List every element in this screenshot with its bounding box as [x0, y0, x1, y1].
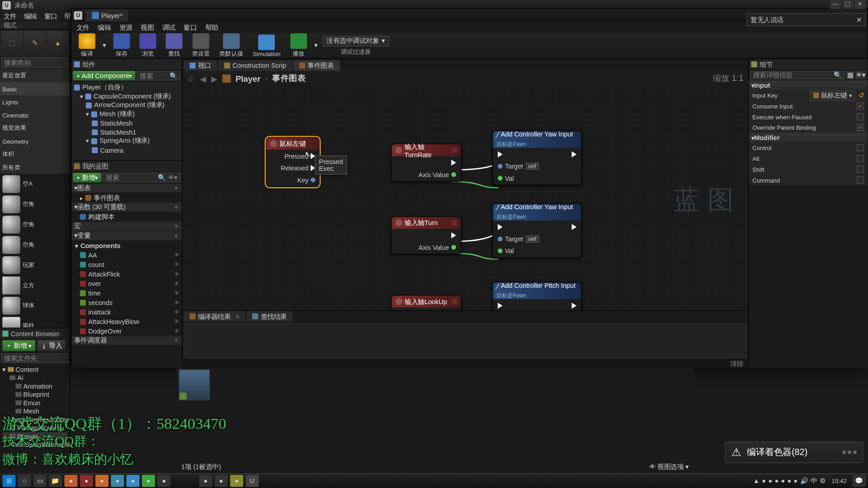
os-minimize[interactable]: — [830, 0, 841, 9]
pin-exec-out[interactable] [419, 159, 456, 167]
node-toggle[interactable] [451, 299, 457, 305]
debug-object-dropdown[interactable]: 没有选中调试对象▾ [322, 35, 389, 46]
app-icon[interactable]: ● [64, 475, 77, 487]
component-item[interactable]: ArrowComponent (继承) [71, 101, 182, 110]
node-add-yaw[interactable]: 𝑓Add Controller Yaw Input 目标是Pawn Target… [492, 131, 582, 185]
folder-item[interactable]: Animation [2, 382, 67, 390]
modes-search[interactable]: 搜索类别 [1, 57, 69, 68]
pin-target[interactable]: Targetself [498, 235, 538, 243]
favorite-icon[interactable]: ☆ [187, 74, 195, 84]
add-graph-button[interactable]: ＋ [173, 183, 179, 192]
bp-menu-window[interactable]: 窗口 [184, 23, 197, 32]
pin-exec-out[interactable] [419, 310, 456, 310]
folder-item[interactable]: Emun [2, 399, 67, 407]
details-tab[interactable]: 细节 [749, 59, 867, 70]
tray-icon[interactable]: ● [781, 477, 785, 484]
app-icon[interactable]: ● [199, 475, 212, 487]
graph-canvas[interactable]: 鼠标左键 Pressed Released Key Pressed Exec [183, 86, 748, 310]
play-button[interactable]: 播放 [288, 32, 309, 59]
os-maximize[interactable]: ▢ [842, 0, 854, 9]
asset-item[interactable]: 空角 [0, 215, 70, 235]
explorer-icon[interactable]: 📁 [49, 475, 62, 487]
mybp-graphs-header[interactable]: ▾图表＋ [71, 183, 182, 193]
asset-item[interactable]: 玩家 [0, 255, 70, 275]
components-tab[interactable]: 组件 [71, 59, 182, 70]
add-dispatcher-button[interactable]: ＋ [173, 336, 179, 345]
cb-new-button[interactable]: ＋ 新增 ▾ [2, 340, 35, 351]
event-graph-tab[interactable]: 事件图表 [293, 60, 340, 71]
var-item[interactable]: AttackHeavyBlow👁 [71, 317, 182, 327]
cat-volumes[interactable]: 体积 [0, 148, 70, 161]
bp-menu-debug[interactable]: 调试 [162, 23, 175, 32]
mybp-variables-header[interactable]: ▾变量＋ [71, 231, 182, 241]
folder-root[interactable]: ▾Content [2, 365, 67, 373]
save-button[interactable]: 保存 [111, 32, 132, 59]
mode-paint[interactable]: ✎ [24, 31, 46, 55]
grid-icon[interactable]: ▦ [846, 71, 854, 79]
var-item[interactable]: count👁 [71, 260, 182, 269]
system-tray[interactable]: ▲ ● ● ● ● ● ● 🔊 中 ⚙ [753, 476, 826, 485]
eye-dropdown[interactable]: 👁▾ [855, 71, 866, 79]
var-item[interactable]: AttackFlick👁 [71, 269, 182, 279]
consume-checkbox[interactable]: ✓ [857, 103, 864, 110]
taskbar-clock[interactable]: 15:42 [832, 478, 847, 484]
shift-checkbox[interactable] [857, 166, 864, 173]
compiler-results-tab[interactable]: 编译器结果× [184, 311, 245, 322]
pin-exec-in[interactable] [498, 301, 538, 310]
tray-icon[interactable]: 🔊 [800, 477, 808, 485]
mybp-tab[interactable]: 我的蓝图 [71, 161, 182, 172]
cat-all[interactable]: 所有类 [0, 161, 70, 174]
cat-lights[interactable]: Lights [0, 95, 70, 108]
cat-vfx[interactable]: 视觉效果 [0, 122, 70, 135]
bp-menu-view[interactable]: 视图 [141, 23, 154, 32]
folder-item[interactable]: Blueprint [2, 390, 67, 399]
bp-menu-asset[interactable]: 资源 [119, 23, 132, 32]
app-icon[interactable]: ● [230, 475, 243, 487]
component-item[interactable]: ▾Mesh (继承) [71, 110, 182, 119]
menu-window[interactable]: 窗口 [44, 12, 57, 21]
nav-back[interactable]: ◀ [200, 74, 207, 84]
compile-button[interactable]: 编译 [76, 32, 98, 59]
pin-target[interactable]: Targetself [498, 162, 538, 170]
tray-icon[interactable]: ● [774, 477, 778, 484]
mybp-new-button[interactable]: + 新增 ▾ [73, 173, 102, 182]
mybp-search[interactable]: 搜索🔍👁▾ [103, 173, 180, 182]
component-item[interactable]: Camera [71, 145, 182, 155]
tray-icon[interactable]: ● [794, 477, 798, 484]
component-item[interactable]: ▾SpringArm (继承) [71, 136, 182, 145]
asset-item[interactable]: 空角 [0, 235, 70, 255]
cb-search[interactable]: 搜索文件夹 [1, 353, 69, 363]
start-button[interactable]: ⊞ [2, 475, 15, 487]
app-icon[interactable]: ● [95, 475, 108, 487]
event-graph-item[interactable]: ▸事件图表 [71, 193, 182, 202]
cat-cinematic[interactable]: Cinematic [0, 108, 70, 122]
ime-icon[interactable]: 中 [811, 476, 817, 485]
alt-checkbox[interactable] [857, 155, 864, 162]
cat-geometry[interactable]: Geometry [0, 135, 70, 148]
app-icon[interactable]: ● [80, 475, 93, 487]
cat-basic[interactable]: Basic [0, 82, 70, 95]
app-icon[interactable]: ● [157, 475, 170, 487]
close-icon[interactable]: ✕ [856, 16, 862, 23]
pin-key[interactable]: Key [281, 176, 316, 184]
viewport-tab[interactable]: 视口 [184, 60, 217, 71]
add-function-button[interactable]: ＋ [173, 202, 179, 211]
var-item[interactable]: seconds👁 [71, 298, 182, 307]
ue4-taskbar-icon[interactable]: U [245, 475, 259, 487]
override-checkbox[interactable]: ✓ [857, 124, 864, 131]
construction-script-item[interactable]: 构建脚本 [71, 212, 182, 221]
app-icon[interactable]: ● [142, 475, 155, 487]
cb-asset-view[interactable]: 1项 (1被选中) 👁 视图选项 ▾ [176, 367, 694, 472]
var-item[interactable]: AA👁 [71, 250, 182, 260]
section-modifier[interactable]: ▾ Modifier [749, 133, 867, 142]
tray-icon[interactable]: ● [762, 477, 766, 484]
tray-icon[interactable]: ⚙ [820, 477, 826, 485]
browse-button[interactable]: 浏览 [137, 32, 158, 59]
asset-item[interactable]: 球体 [0, 296, 70, 316]
pin-val[interactable]: Val [498, 174, 538, 182]
cortana-icon[interactable]: ○ [18, 475, 31, 487]
app-icon[interactable]: ● [127, 475, 140, 487]
tray-icon[interactable]: ● [788, 477, 792, 484]
section-input[interactable]: ▾ Input [749, 80, 867, 90]
nav-forward[interactable]: ▶ [211, 74, 218, 84]
